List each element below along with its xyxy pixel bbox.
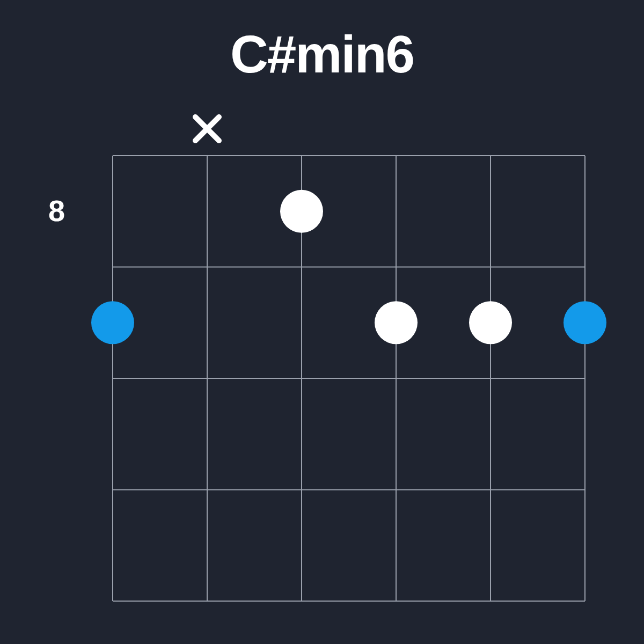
root-note-dot bbox=[91, 301, 134, 344]
chord-diagram-container: C#min6 8 bbox=[0, 0, 644, 644]
note-dot bbox=[280, 190, 323, 233]
chord-grid bbox=[0, 0, 644, 644]
root-note-dot bbox=[564, 301, 606, 344]
note-dot bbox=[469, 301, 512, 344]
note-dot bbox=[375, 301, 418, 344]
start-fret-label: 8 bbox=[48, 193, 65, 228]
